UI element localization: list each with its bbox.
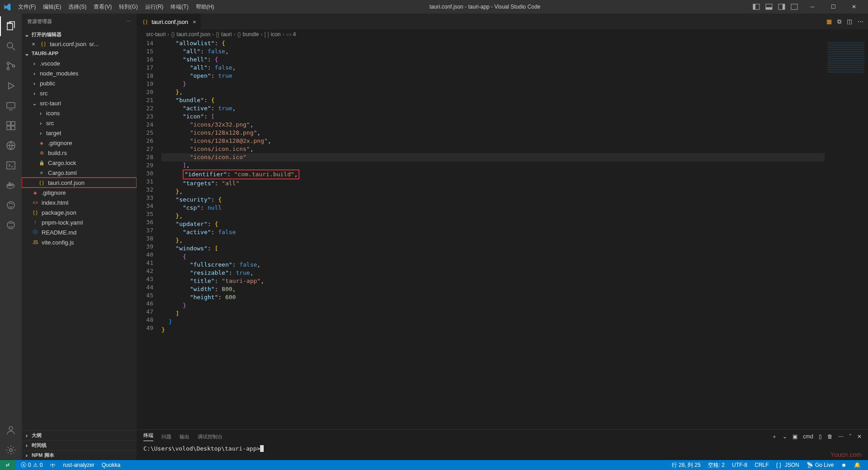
breadcrumb-segment[interactable]: src-tauri: [146, 31, 166, 38]
breadcrumb-segment[interactable]: 4: [293, 31, 296, 38]
window-close-button[interactable]: ✕: [844, 0, 864, 14]
layout-customize-icon[interactable]: [790, 3, 798, 11]
codegpt1-icon[interactable]: [0, 195, 22, 215]
status-quokka[interactable]: Quokka: [98, 462, 124, 468]
remote-explorer-icon[interactable]: [0, 96, 22, 116]
breadcrumbs[interactable]: src-tauri›{} tauri.conf.json›{} tauri›{}…: [137, 29, 868, 39]
menu-item[interactable]: 选择(S): [65, 3, 90, 11]
new-terminal-icon[interactable]: ＋: [772, 433, 777, 441]
folder-item[interactable]: ›icons: [22, 108, 137, 118]
html-file-icon: <>: [32, 199, 39, 206]
npm-scripts-section[interactable]: ›NPM 脚本: [22, 450, 137, 460]
outline-section[interactable]: ›大纲: [22, 430, 137, 440]
menu-item[interactable]: 文件(F): [14, 3, 39, 11]
svg-rect-17: [11, 126, 15, 130]
file-item[interactable]: ⓘREADME.md: [22, 227, 137, 237]
status-cursor-position[interactable]: 行 28, 列 25: [668, 461, 704, 469]
panel-maximize-icon[interactable]: ˄: [849, 433, 852, 440]
layout-panel-left-icon[interactable]: [752, 3, 760, 11]
breadcrumb-segment[interactable]: bundle: [242, 31, 259, 38]
close-icon[interactable]: ×: [30, 41, 37, 47]
status-indentation[interactable]: 空格: 2: [704, 461, 728, 469]
folder-item[interactable]: ›node_modules: [22, 68, 137, 78]
account-icon[interactable]: [0, 420, 22, 440]
split-compare-icon[interactable]: ⧉: [837, 18, 841, 25]
minimap[interactable]: [825, 39, 868, 429]
folder-item[interactable]: ›src: [22, 88, 137, 98]
status-eol[interactable]: CRLF: [751, 462, 772, 468]
tab-close-icon[interactable]: ×: [193, 19, 196, 25]
folder-item[interactable]: ⌄src-tauri: [22, 98, 137, 108]
codegpt2-icon[interactable]: [0, 215, 22, 235]
breadcrumb-segment[interactable]: tauri: [221, 31, 232, 38]
split-terminal-icon[interactable]: ▯: [819, 433, 822, 440]
open-editors-header[interactable]: ⌄打开的编辑器: [22, 29, 137, 39]
folder-item[interactable]: ›public: [22, 78, 137, 88]
panel-tab-problems[interactable]: 问题: [161, 433, 171, 440]
file-item[interactable]: !pnpm-lock.yaml: [22, 217, 137, 227]
svg-rect-20: [7, 162, 15, 169]
search-icon[interactable]: [0, 36, 22, 56]
explorer-icon[interactable]: [0, 16, 22, 36]
menu-item[interactable]: 帮助(H): [192, 3, 218, 11]
sidebar-more-icon[interactable]: ⋯: [126, 19, 131, 24]
panel-close-icon[interactable]: ✕: [857, 433, 862, 440]
menu-item[interactable]: 终端(T): [167, 3, 192, 11]
status-encoding[interactable]: UTF-8: [728, 462, 751, 468]
layout-panel-right-icon[interactable]: [778, 3, 786, 11]
file-item[interactable]: ◈.gitignore: [22, 188, 137, 197]
live-preview-icon[interactable]: [0, 136, 22, 155]
file-item[interactable]: ⚙build.rs: [22, 148, 137, 158]
project-header[interactable]: ⌄TAURI-APP: [22, 48, 137, 58]
open-editor-item[interactable]: × tauri.conf.json sr...: [22, 39, 137, 48]
kill-terminal-icon[interactable]: 🗑: [827, 433, 833, 440]
breadcrumb-segment[interactable]: tauri.conf.json: [176, 31, 210, 38]
folder-item[interactable]: ›.vscode: [22, 58, 137, 68]
code-editor[interactable]: "allowlist": { "all": false, "shell": { …: [161, 39, 825, 429]
breadcrumb-segment[interactable]: icon: [271, 31, 281, 38]
status-notifications-icon[interactable]: 🔔: [850, 462, 864, 468]
terminal[interactable]: C:\Users\volod\Desktop\tauri-app>: [137, 443, 868, 460]
folder-item[interactable]: ›src: [22, 118, 137, 128]
file-item[interactable]: ≡Cargo.toml: [22, 168, 137, 178]
file-item[interactable]: { }package.json: [22, 207, 137, 217]
terminal-dropdown-icon[interactable]: ⌄: [783, 433, 787, 440]
status-errors[interactable]: ⓧ0 ⚠0: [17, 461, 46, 469]
git-file-icon: ◈: [38, 139, 45, 146]
folder-item[interactable]: ›target: [22, 128, 137, 138]
menu-item[interactable]: 查看(V): [90, 3, 115, 11]
editor-tab[interactable]: tauri.conf.json ×: [137, 14, 201, 29]
status-language[interactable]: { }JSON: [773, 462, 803, 468]
panel-tab-terminal[interactable]: 终端: [143, 432, 153, 441]
remote-indicator-icon[interactable]: [0, 460, 15, 470]
menu-item[interactable]: 运行(R): [142, 3, 167, 11]
file-item[interactable]: ◈.gitignore: [22, 138, 137, 148]
editor-more-icon[interactable]: ⋯: [858, 18, 863, 25]
source-control-icon[interactable]: [0, 56, 22, 76]
vscode-logo-icon: [4, 3, 11, 10]
layout-panel-bottom-icon[interactable]: [765, 3, 773, 11]
menu-item[interactable]: 转到(G): [115, 3, 141, 11]
panel-tab-debug-console[interactable]: 调试控制台: [198, 433, 223, 440]
timeline-section[interactable]: ›时间线: [22, 440, 137, 450]
file-item[interactable]: 🔒Cargo.lock: [22, 158, 137, 168]
window-minimize-button[interactable]: ─: [802, 0, 823, 14]
panel-more-icon[interactable]: ⋯: [838, 433, 844, 440]
status-go-live[interactable]: 📡Go Live: [803, 462, 837, 468]
file-item[interactable]: JSvite.config.js: [22, 237, 137, 247]
status-rust-analyzer[interactable]: rust-analyzer: [59, 462, 98, 468]
extensions-icon[interactable]: [0, 116, 22, 136]
run-debug-icon[interactable]: [0, 76, 22, 96]
settings-gear-icon[interactable]: [0, 440, 22, 460]
status-feedback-icon[interactable]: ☻: [837, 462, 850, 468]
run-file-icon[interactable]: ▦: [826, 18, 832, 25]
status-radio-tower-icon[interactable]: [46, 462, 59, 468]
file-item[interactable]: <>index.html: [22, 197, 137, 207]
menu-item[interactable]: 编辑(E): [39, 3, 65, 11]
window-maximize-button[interactable]: ☐: [823, 0, 844, 14]
docker-icon[interactable]: [0, 175, 22, 195]
terminal-panel-icon[interactable]: [0, 155, 22, 175]
file-item[interactable]: { }tauri.conf.json: [22, 178, 137, 188]
split-editor-icon[interactable]: ◫: [847, 18, 852, 25]
panel-tab-output[interactable]: 输出: [180, 433, 190, 440]
